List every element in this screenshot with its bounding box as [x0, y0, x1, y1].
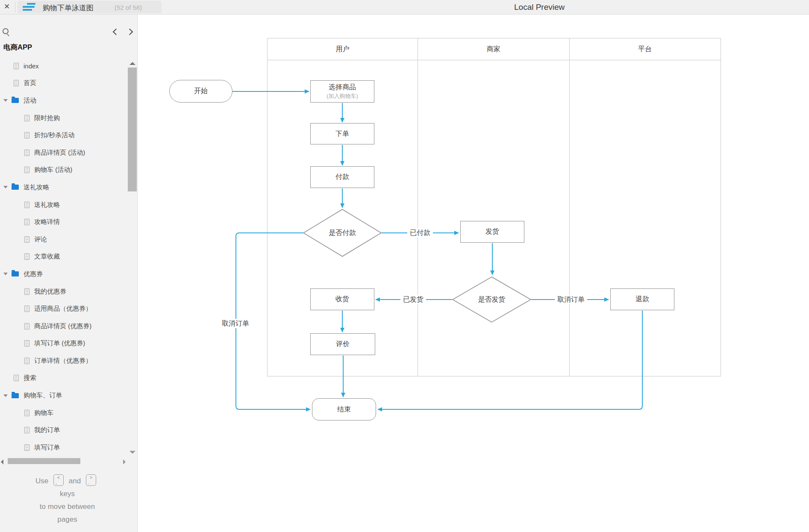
- lane-header-border: [268, 60, 721, 60]
- expand-arrow-icon[interactable]: [3, 394, 8, 397]
- hint-line-3: to move between: [0, 500, 135, 513]
- search-icon[interactable]: [3, 28, 9, 34]
- vertical-scrollbar[interactable]: [128, 68, 137, 191]
- tree-item[interactable]: 我的优惠券: [0, 283, 128, 300]
- page-icon: [14, 80, 19, 86]
- edge-label-cancel-to-refund: 取消订单: [555, 295, 587, 304]
- page-tree: index 首页 活动 限时抢购 折扣/秒杀活动 商品详情页 (活动) 购物车 …: [0, 57, 128, 456]
- scroll-down-icon[interactable]: [129, 451, 135, 454]
- tree-item[interactable]: 商品详情页 (优惠券): [0, 317, 128, 335]
- flow-node-pay: 付款: [310, 166, 374, 188]
- tree-item[interactable]: 评论: [0, 231, 128, 248]
- tree-item[interactable]: 适用商品（优惠券）: [0, 300, 128, 317]
- scroll-left-icon[interactable]: [1, 459, 3, 464]
- page-icon: [24, 444, 29, 451]
- tree-item[interactable]: 我的订单: [0, 421, 128, 439]
- hint-line-1: Use <, and >.: [0, 475, 135, 488]
- page-icon: [24, 150, 29, 156]
- tree-item[interactable]: 商品详情页 (活动): [0, 144, 128, 162]
- page-icon: [14, 375, 19, 381]
- tree-item[interactable]: 填写订单: [0, 439, 128, 456]
- tree-item[interactable]: index: [0, 57, 128, 75]
- horizontal-scrollbar[interactable]: [8, 458, 80, 464]
- page-icon: [24, 288, 29, 295]
- key-prev-icon: <,: [53, 474, 64, 486]
- flow-node-start: 开始: [169, 80, 232, 103]
- hint-line-4: pages: [0, 513, 135, 526]
- top-bar: ✕ 购物下单泳道图 (52 of 58) Local Preview: [0, 0, 809, 15]
- flow-decision-shipped: 是否发货: [452, 276, 531, 323]
- tree-item[interactable]: 购物车 (活动): [0, 162, 128, 179]
- expand-arrow-icon[interactable]: [3, 186, 8, 188]
- edge-label-cancel-to-end: 取消订单: [219, 319, 252, 328]
- sidebar: 电商APP index 首页 活动 限时抢购 折扣/秒杀活动 商品详情页 (活动…: [0, 14, 138, 532]
- lane-header-user: 用户: [268, 38, 418, 60]
- tree-item[interactable]: 搜索: [0, 370, 128, 387]
- page-title: 购物下单泳道图: [43, 3, 94, 13]
- page-icon: [24, 410, 29, 416]
- tree-folder[interactable]: 活动: [0, 92, 128, 109]
- flow-node-place-order: 下单: [310, 123, 374, 144]
- flow-node-receive: 收货: [310, 288, 374, 310]
- tree-item[interactable]: 送礼攻略: [0, 196, 128, 214]
- expand-arrow-icon[interactable]: [3, 273, 8, 275]
- folder-icon: [12, 271, 19, 276]
- page-icon: [14, 63, 19, 69]
- flow-decision-paid: 是否付款: [303, 209, 382, 257]
- local-preview-label: Local Preview: [514, 3, 565, 12]
- page-icon: [24, 167, 29, 173]
- lane-divider: [569, 38, 570, 376]
- close-icon[interactable]: ✕: [4, 3, 10, 11]
- tree-folder[interactable]: 购物车、订单: [0, 387, 128, 404]
- page-icon: [24, 358, 29, 364]
- scroll-right-icon[interactable]: [123, 459, 126, 464]
- previous-page-icon[interactable]: [113, 29, 120, 35]
- flow-node-select-subtitle: (加入购物车): [327, 92, 358, 100]
- page-count: (52 of 58): [115, 4, 142, 11]
- page-icon: [24, 236, 29, 243]
- flow-node-end: 结束: [312, 398, 376, 420]
- tree-item[interactable]: 首页: [0, 75, 128, 92]
- key-next-icon: >.: [86, 474, 96, 486]
- flow-node-ship: 发货: [460, 221, 524, 243]
- tree-item[interactable]: 购物车: [0, 404, 128, 422]
- page-icon: [24, 427, 29, 433]
- flow-node-review: 评价: [310, 333, 375, 355]
- tree-item[interactable]: 限时抢购: [0, 109, 128, 127]
- page-icon: [24, 219, 29, 225]
- folder-icon: [12, 185, 19, 190]
- tree-folder[interactable]: 优惠券: [0, 265, 128, 283]
- flow-node-select-product: 选择商品 (加入购物车): [310, 80, 374, 103]
- edge-label-paid: 已付款: [407, 228, 433, 238]
- next-page-icon[interactable]: [126, 29, 133, 35]
- page-icon: [24, 253, 29, 260]
- lane-header-platform: 平台: [569, 38, 721, 60]
- tree-item[interactable]: 攻略详情: [0, 213, 128, 231]
- lane-header-merchant: 商家: [418, 38, 569, 60]
- page-icon: [24, 115, 29, 121]
- tree-item[interactable]: 订单详情（优惠券）: [0, 352, 128, 370]
- tree-item[interactable]: 文章收藏: [0, 248, 128, 266]
- page-icon: [24, 323, 29, 329]
- expand-arrow-icon[interactable]: [3, 99, 8, 102]
- flow-node-refund: 退款: [610, 288, 674, 310]
- folder-icon: [12, 98, 19, 103]
- tree-folder[interactable]: 送礼攻略: [0, 179, 128, 196]
- edge-label-shipped: 已发货: [400, 295, 426, 304]
- page-icon: [24, 306, 29, 312]
- page-icon: [24, 202, 29, 208]
- page-icon: [24, 132, 29, 138]
- tree-item[interactable]: 填写订单 (优惠券): [0, 335, 128, 353]
- scroll-up-icon[interactable]: [129, 62, 135, 65]
- page-icon: [24, 340, 29, 347]
- hint-line-2: keys: [0, 488, 135, 500]
- project-title: 电商APP: [3, 43, 32, 52]
- lane-divider: [418, 38, 418, 376]
- keyboard-hint: Use <, and >. keys to move between pages: [0, 475, 135, 526]
- topbar-divider: [15, 2, 15, 12]
- menu-icon[interactable]: [23, 3, 35, 12]
- folder-icon: [12, 393, 19, 398]
- tree-item[interactable]: 折扣/秒杀活动: [0, 126, 128, 144]
